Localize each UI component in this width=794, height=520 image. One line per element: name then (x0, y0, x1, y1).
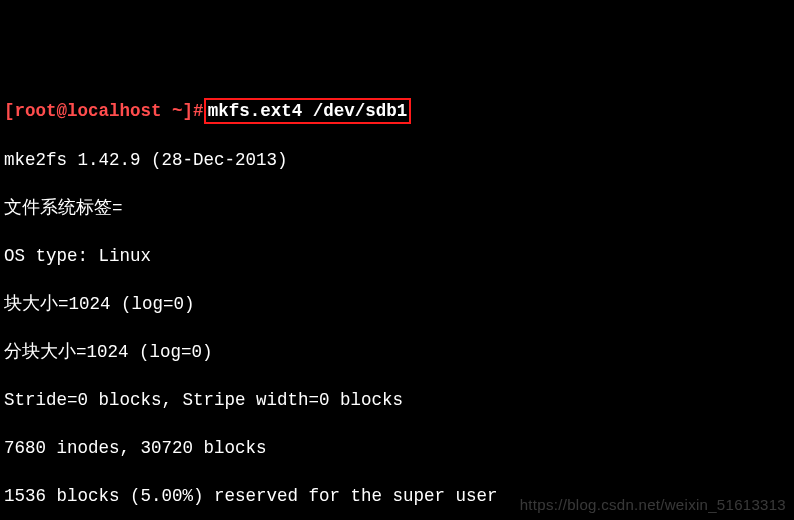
output-line: Stride=0 blocks, Stripe width=0 blocks (4, 388, 790, 412)
output-line: 文件系统标签= (4, 196, 790, 220)
watermark: https://blog.csdn.net/weixin_51613313 (520, 493, 786, 517)
bracket-open: [ (4, 99, 15, 123)
bracket-close: ] (183, 99, 194, 123)
prompt-line[interactable]: [root@localhost ~]#mkfs.ext4 /dev/sdb1 (4, 98, 790, 124)
output-line: 7680 inodes, 30720 blocks (4, 436, 790, 460)
command-text: mkfs.ext4 /dev/sdb1 (208, 101, 408, 121)
output-line: OS type: Linux (4, 244, 790, 268)
command-highlight: mkfs.ext4 /dev/sdb1 (204, 98, 412, 124)
prompt-symbol: # (193, 99, 204, 123)
output-line: mke2fs 1.42.9 (28-Dec-2013) (4, 148, 790, 172)
output-line: 分块大小=1024 (log=0) (4, 340, 790, 364)
output-line: 块大小=1024 (log=0) (4, 292, 790, 316)
prompt-user: root (15, 99, 57, 123)
prompt-at: @ (57, 99, 68, 123)
prompt-dir: ~ (172, 99, 183, 123)
prompt-host: localhost (67, 99, 162, 123)
